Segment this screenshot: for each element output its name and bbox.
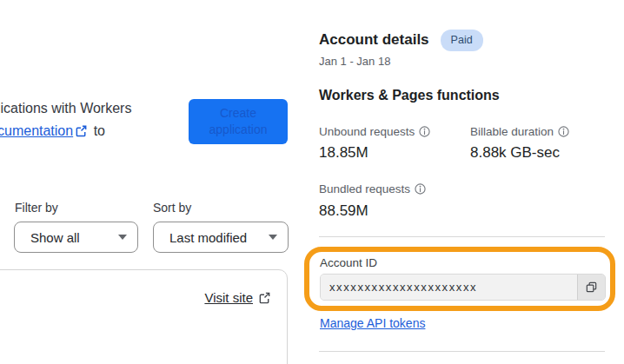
account-details-panel: Account details Paid Jan 1 - Jan 18 Work… (319, 0, 624, 364)
visit-site-link[interactable]: Visit site (204, 290, 253, 305)
intro-line-1: lications with Workers (0, 97, 131, 120)
stat-label-unbound-requests: Unbound requests (319, 125, 430, 138)
account-id-label: Account ID (320, 256, 377, 269)
copy-icon (585, 281, 598, 294)
visit-site-row: Visit site (204, 290, 271, 305)
account-details-title: Account details (319, 31, 429, 49)
external-link-icon (75, 122, 88, 144)
stat-value-bundled-requests: 88.59M (319, 202, 368, 220)
copy-account-id-button[interactable] (577, 275, 605, 300)
workers-pages-screen: lications with Workers cumentation to Cr… (0, 0, 624, 364)
sort-by-label: Sort by (153, 201, 191, 215)
plan-badge: Paid (441, 30, 483, 51)
sort-dropdown-value: Last modified (169, 230, 262, 245)
stat-value-billable-duration: 8.88k GB-sec (470, 144, 560, 162)
info-icon[interactable] (558, 126, 569, 137)
filter-dropdown[interactable]: Show all (14, 222, 138, 253)
account-details-header: Account details Paid (319, 30, 483, 51)
documentation-link[interactable]: cumentation (0, 123, 73, 138)
account-id-field-group (320, 274, 606, 301)
stat-value-unbound-requests: 18.85M (319, 144, 368, 162)
info-icon[interactable] (415, 183, 426, 195)
sort-dropdown[interactable]: Last modified (153, 222, 289, 253)
functions-section-title: Workers & Pages functions (319, 88, 500, 103)
manage-api-tokens-link[interactable]: Manage API tokens (320, 316, 425, 330)
external-link-icon (258, 291, 271, 304)
stat-label-bundled-requests: Bundled requests (319, 182, 426, 195)
stat-label-billable-duration: Billable duration (470, 125, 569, 138)
divider (319, 236, 605, 237)
chevron-down-icon (118, 235, 127, 240)
filter-dropdown-value: Show all (30, 230, 111, 245)
chevron-down-icon (269, 235, 277, 240)
create-application-button[interactable]: Create application (189, 99, 288, 144)
divider (319, 351, 605, 352)
filter-by-label: Filter by (15, 201, 58, 215)
project-card: Visit site (0, 269, 288, 364)
account-id-input[interactable] (321, 275, 577, 300)
info-icon[interactable] (419, 126, 430, 137)
intro-text: lications with Workers cumentation to (0, 97, 131, 144)
intro-line-2: cumentation to (0, 120, 131, 144)
billing-date-range: Jan 1 - Jan 18 (319, 55, 390, 68)
